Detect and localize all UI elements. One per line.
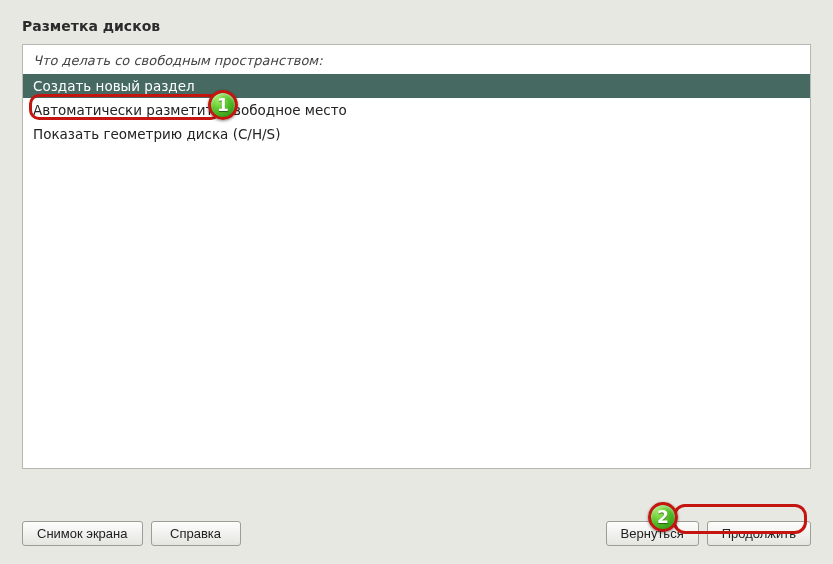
option-label: Показать геометрию диска (C/H/S) (33, 126, 280, 142)
option-auto-partition-free-space[interactable]: Автоматически разметить свободное место (23, 98, 810, 122)
annotation-badge-2: 2 (648, 502, 678, 532)
options-list: Создать новый раздел Автоматически разме… (23, 72, 810, 146)
footer-bar: Снимок экрана Справка Вернуться Продолжи… (0, 509, 833, 564)
content-frame: Что делать со свободным пространством: С… (22, 44, 811, 469)
option-create-new-partition[interactable]: Создать новый раздел (23, 74, 810, 98)
partition-window: Разметка дисков Что делать со свободным … (0, 0, 833, 564)
continue-button[interactable]: Продолжить (707, 521, 811, 546)
option-label: Автоматически разметить свободное место (33, 102, 347, 118)
option-label: Создать новый раздел (33, 78, 195, 94)
screenshot-button[interactable]: Снимок экрана (22, 521, 143, 546)
annotation-badge-1: 1 (208, 90, 238, 120)
help-button[interactable]: Справка (151, 521, 241, 546)
page-title: Разметка дисков (0, 0, 833, 44)
prompt-text: Что делать со свободным пространством: (23, 45, 810, 72)
footer-right-group: Вернуться Продолжить (606, 521, 811, 546)
footer-left-group: Снимок экрана Справка (22, 521, 241, 546)
option-show-disk-geometry[interactable]: Показать геометрию диска (C/H/S) (23, 122, 810, 146)
